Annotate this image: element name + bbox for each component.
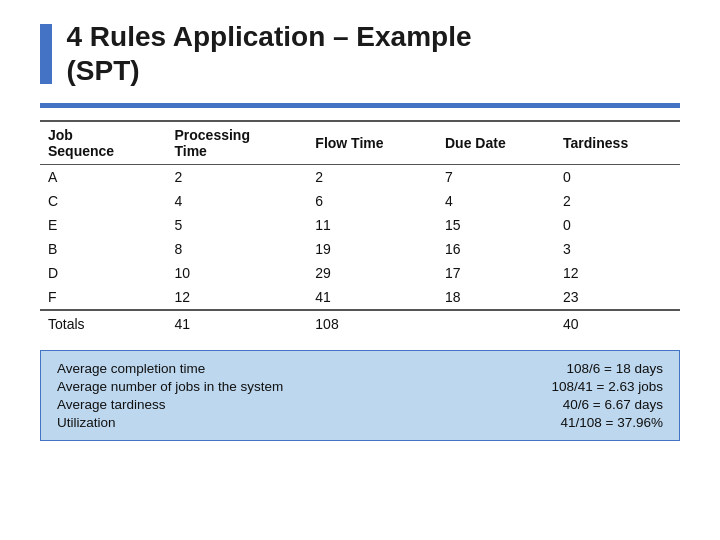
col-header-proc: ProcessingTime [166, 121, 307, 165]
table-row: B819163 [40, 237, 680, 261]
table-cell-due: 16 [437, 237, 555, 261]
page: 4 Rules Application – Example (SPT) JobS… [0, 0, 720, 540]
table-cell-job: C [40, 189, 166, 213]
col-header-due: Due Date [437, 121, 555, 165]
table-cell-proc: 5 [166, 213, 307, 237]
table-row: E511150 [40, 213, 680, 237]
totals-cell-proc: 41 [166, 310, 307, 336]
table-row: D10291712 [40, 261, 680, 285]
table-cell-tard: 0 [555, 165, 680, 190]
title-area: 4 Rules Application – Example (SPT) [40, 20, 680, 87]
title-text: 4 Rules Application – Example (SPT) [66, 20, 471, 87]
summary-row: Average number of jobs in the system108/… [57, 379, 663, 394]
table-cell-tard: 12 [555, 261, 680, 285]
table-cell-tard: 23 [555, 285, 680, 310]
table-row: C4642 [40, 189, 680, 213]
summary-value: 40/6 = 6.67 days [563, 397, 663, 412]
summary-box: Average completion time108/6 = 18 daysAv… [40, 350, 680, 441]
summary-label: Average completion time [57, 361, 205, 376]
totals-row: Totals4110840 [40, 310, 680, 336]
summary-label: Average number of jobs in the system [57, 379, 283, 394]
table-header-row: JobSequence ProcessingTime Flow Time Due… [40, 121, 680, 165]
summary-row: Average completion time108/6 = 18 days [57, 361, 663, 376]
summary-value: 41/108 = 37.96% [561, 415, 663, 430]
table-cell-job: A [40, 165, 166, 190]
table-cell-flow: 19 [307, 237, 437, 261]
page-title-line1: 4 Rules Application – Example [66, 20, 471, 54]
totals-cell-tard: 40 [555, 310, 680, 336]
table-cell-tard: 2 [555, 189, 680, 213]
table-cell-job: F [40, 285, 166, 310]
table-cell-due: 17 [437, 261, 555, 285]
totals-cell-due [437, 310, 555, 336]
blue-divider [40, 103, 680, 108]
summary-value: 108/41 = 2.63 jobs [552, 379, 663, 394]
col-header-tard: Tardiness [555, 121, 680, 165]
table-cell-job: B [40, 237, 166, 261]
summary-row: Average tardiness40/6 = 6.67 days [57, 397, 663, 412]
summary-label: Average tardiness [57, 397, 166, 412]
col-header-job: JobSequence [40, 121, 166, 165]
table-cell-proc: 12 [166, 285, 307, 310]
table-cell-flow: 29 [307, 261, 437, 285]
table-cell-flow: 11 [307, 213, 437, 237]
table-cell-tard: 3 [555, 237, 680, 261]
table-cell-due: 18 [437, 285, 555, 310]
summary-label: Utilization [57, 415, 116, 430]
table-row: A2270 [40, 165, 680, 190]
title-accent [40, 24, 52, 84]
table-cell-due: 15 [437, 213, 555, 237]
table-cell-flow: 41 [307, 285, 437, 310]
totals-cell-flow: 108 [307, 310, 437, 336]
table-cell-proc: 4 [166, 189, 307, 213]
col-header-flow: Flow Time [307, 121, 437, 165]
table-cell-job: D [40, 261, 166, 285]
totals-cell-job: Totals [40, 310, 166, 336]
table-cell-due: 4 [437, 189, 555, 213]
table-row: F12411823 [40, 285, 680, 310]
table-cell-tard: 0 [555, 213, 680, 237]
table-cell-proc: 2 [166, 165, 307, 190]
table-cell-due: 7 [437, 165, 555, 190]
table-cell-job: E [40, 213, 166, 237]
summary-value: 108/6 = 18 days [567, 361, 663, 376]
summary-row: Utilization41/108 = 37.96% [57, 415, 663, 430]
table-cell-proc: 10 [166, 261, 307, 285]
main-table: JobSequence ProcessingTime Flow Time Due… [40, 120, 680, 336]
table-cell-flow: 2 [307, 165, 437, 190]
page-title-line2: (SPT) [66, 54, 471, 88]
table-cell-proc: 8 [166, 237, 307, 261]
table-cell-flow: 6 [307, 189, 437, 213]
